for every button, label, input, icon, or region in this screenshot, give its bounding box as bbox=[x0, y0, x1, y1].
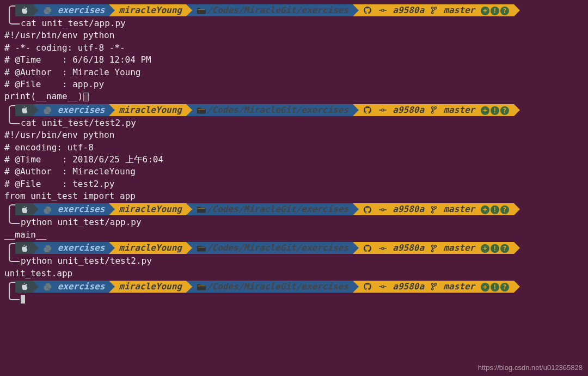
command-line[interactable]: cat unit_test/test2.py bbox=[4, 117, 584, 129]
git-status-badge: + bbox=[481, 7, 489, 15]
command-line[interactable]: python unit_test/test2.py bbox=[4, 255, 584, 267]
commit-icon bbox=[379, 204, 387, 214]
svg-point-5 bbox=[431, 12, 433, 14]
prompt-line: exercises miracleYoung /Codes/MiracleGit… bbox=[4, 242, 584, 254]
svg-point-16 bbox=[434, 207, 437, 209]
output-line: from unit_test import app bbox=[4, 190, 584, 202]
segment-git: a9580a master +!? bbox=[353, 203, 514, 215]
venv-name: exercises bbox=[58, 5, 105, 15]
prompt-hook-bottom bbox=[4, 294, 21, 305]
branch-icon bbox=[431, 281, 437, 292]
command-line[interactable]: python unit_test/app.py bbox=[4, 216, 584, 228]
segment-venv: exercises bbox=[33, 4, 109, 16]
segment-venv: exercises bbox=[33, 203, 109, 215]
prompt-segments: exercises miracleYoung /Codes/MiracleGit… bbox=[15, 242, 514, 254]
commit-icon bbox=[379, 5, 387, 15]
output-line: # @File : app.py bbox=[4, 78, 584, 90]
folder-icon bbox=[197, 105, 206, 115]
segment-user: miracleYoung bbox=[109, 4, 186, 16]
segment-venv: exercises bbox=[33, 104, 109, 116]
command-text: cat unit_test/app.py bbox=[21, 17, 126, 29]
git-status-badge: ! bbox=[491, 7, 499, 15]
username: miracleYoung bbox=[119, 242, 182, 254]
branch-name: master bbox=[443, 105, 475, 115]
prompt-segments: exercises miracleYoung /Codes/MiracleGit… bbox=[15, 203, 514, 215]
branch-icon bbox=[431, 204, 437, 214]
git-status-badge: + bbox=[481, 106, 489, 115]
commit-hash: a9580a bbox=[393, 204, 424, 214]
branch-icon bbox=[431, 242, 437, 253]
segment-user: miracleYoung bbox=[109, 242, 186, 254]
svg-point-15 bbox=[431, 207, 433, 209]
apple-icon bbox=[21, 242, 27, 253]
svg-point-4 bbox=[434, 7, 437, 9]
cursor bbox=[21, 295, 25, 304]
svg-point-10 bbox=[434, 107, 437, 109]
output-line: unit_test.app bbox=[4, 268, 584, 280]
commit-hash: a9580a bbox=[393, 105, 424, 115]
svg-point-18 bbox=[382, 247, 384, 250]
github-icon bbox=[364, 204, 371, 214]
segment-path: /Codes/MiracleGit/exercises bbox=[186, 281, 353, 293]
prompt-hook-bottom bbox=[4, 256, 21, 266]
segment-venv: exercises bbox=[33, 281, 109, 293]
cursor bbox=[83, 93, 89, 101]
git-status-badge: ! bbox=[491, 244, 499, 253]
git-status-badge: ! bbox=[491, 283, 499, 292]
prompt-hook-bottom bbox=[4, 18, 21, 29]
terminal[interactable]: exercises miracleYoung /Codes/MiracleGit… bbox=[0, 0, 588, 309]
git-status-badge: ! bbox=[491, 106, 499, 115]
username: miracleYoung bbox=[119, 281, 182, 293]
folder-icon bbox=[197, 242, 206, 253]
cwd-path: /Codes/MiracleGit/exercises bbox=[207, 204, 348, 214]
branch-icon bbox=[431, 105, 437, 115]
prompt-hook-bottom bbox=[4, 118, 21, 129]
commit-hash: a9580a bbox=[393, 242, 424, 253]
apple-icon bbox=[21, 105, 27, 115]
output-line: #!/usr/bin/env python bbox=[4, 129, 584, 141]
commit-icon bbox=[379, 105, 387, 115]
watermark: https://blog.csdn.net/u012365828 bbox=[478, 363, 583, 373]
github-icon bbox=[364, 105, 371, 115]
output-line: # @File : test2.py bbox=[4, 178, 584, 190]
prompt-line: exercises miracleYoung /Codes/MiracleGit… bbox=[4, 104, 584, 116]
output-line: # @Time : 6/6/18 12:04 PM bbox=[4, 54, 584, 66]
output-line: # @Author : Miracle Young bbox=[4, 66, 584, 78]
segment-path: /Codes/MiracleGit/exercises bbox=[186, 242, 353, 254]
command-line[interactable]: cat unit_test/app.py bbox=[4, 17, 584, 29]
segment-git: a9580a master +!? bbox=[353, 104, 514, 116]
segment-path: /Codes/MiracleGit/exercises bbox=[186, 203, 353, 215]
venv-name: exercises bbox=[58, 281, 105, 292]
folder-icon bbox=[197, 204, 206, 214]
segment-path: /Codes/MiracleGit/exercises bbox=[186, 4, 353, 16]
output-line: #!/usr/bin/env python bbox=[4, 29, 584, 41]
command-line[interactable] bbox=[4, 294, 584, 305]
branch-name: master bbox=[443, 204, 475, 214]
svg-point-9 bbox=[431, 107, 433, 109]
github-icon bbox=[364, 5, 371, 15]
svg-point-0 bbox=[382, 9, 384, 11]
output-line: print(__name__) bbox=[4, 90, 584, 102]
branch-icon bbox=[431, 5, 437, 15]
svg-point-21 bbox=[431, 245, 433, 247]
username: miracleYoung bbox=[119, 203, 182, 215]
commit-hash: a9580a bbox=[393, 281, 424, 292]
cwd-path: /Codes/MiracleGit/exercises bbox=[207, 242, 348, 253]
python-icon bbox=[44, 5, 51, 15]
git-status-badge: ? bbox=[500, 7, 509, 15]
output-line: __main__ bbox=[4, 229, 584, 241]
svg-point-29 bbox=[431, 288, 433, 290]
segment-git: a9580a master +!? bbox=[353, 281, 514, 293]
commit-hash: a9580a bbox=[393, 5, 424, 15]
git-status-badge: ? bbox=[500, 244, 509, 253]
apple-icon bbox=[21, 5, 27, 15]
commit-icon bbox=[379, 242, 387, 253]
prompt-hook-bottom bbox=[4, 217, 21, 228]
github-icon bbox=[364, 281, 371, 292]
username: miracleYoung bbox=[119, 4, 182, 16]
python-icon bbox=[44, 281, 51, 292]
prompt-line: exercises miracleYoung /Codes/MiracleGit… bbox=[4, 281, 584, 293]
svg-point-23 bbox=[431, 250, 433, 252]
apple-icon bbox=[21, 204, 27, 214]
command-text: python unit_test/app.py bbox=[21, 216, 142, 228]
